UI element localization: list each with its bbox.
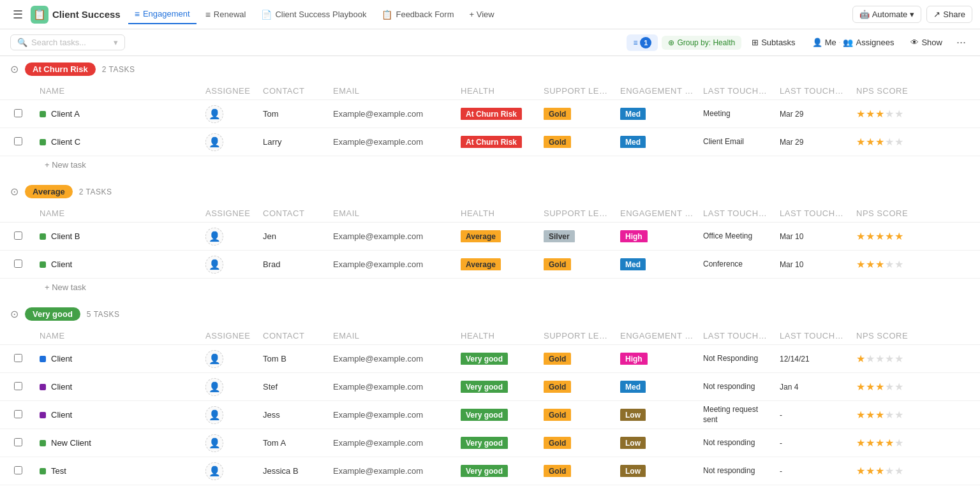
col-header-9: LAST TOUCHPOI... xyxy=(776,207,852,219)
health-badge: At Churn Risk xyxy=(461,136,522,148)
row-checkbox[interactable] xyxy=(10,136,36,149)
logo-icon: 📋 xyxy=(31,6,48,24)
row-contact: Tom A xyxy=(259,437,329,449)
row-checkbox[interactable] xyxy=(10,353,36,365)
client-name: Client A xyxy=(51,109,80,119)
group-toggle-churn[interactable]: ⊙ xyxy=(10,63,19,75)
hamburger-icon[interactable]: ☰ xyxy=(8,5,28,24)
row-checkbox[interactable] xyxy=(10,258,36,271)
table-row[interactable]: Client C 👤 Larry Example@example.com At … xyxy=(0,128,980,156)
row-checkbox[interactable] xyxy=(10,437,36,450)
row-select-checkbox[interactable] xyxy=(14,354,22,362)
star-filled: ★ xyxy=(875,258,884,270)
group-toggle-verygood[interactable]: ⊙ xyxy=(10,308,19,320)
group-toggle-average[interactable]: ⊙ xyxy=(10,186,19,198)
group-badge-average[interactable]: Average xyxy=(25,185,73,198)
row-select-checkbox[interactable] xyxy=(14,466,22,474)
row-name: Client xyxy=(36,353,202,365)
group-header-verygood: ⊙ Very good 5 TASKS xyxy=(0,301,980,327)
table-row[interactable]: Client 👤 Stef Example@example.com Very g… xyxy=(0,373,980,401)
table-row[interactable]: Client A 👤 Tom Example@example.com At Ch… xyxy=(0,100,980,128)
row-select-checkbox[interactable] xyxy=(14,260,22,268)
row-select-checkbox[interactable] xyxy=(14,137,22,145)
tab-add-view[interactable]: + View xyxy=(463,6,501,23)
star-empty: ★ xyxy=(885,381,894,393)
table-row[interactable]: Client 👤 Jess Example@example.com Very g… xyxy=(0,401,980,429)
row-email: Example@example.com xyxy=(329,258,457,270)
engagement-badge: High xyxy=(620,353,648,365)
row-checkbox[interactable] xyxy=(10,409,36,421)
row-engagement: Med xyxy=(616,381,699,393)
group-badge-verygood[interactable]: Very good xyxy=(25,307,80,321)
engagement-badge: Med xyxy=(620,258,646,270)
row-checkbox[interactable] xyxy=(10,465,36,478)
row-select-checkbox[interactable] xyxy=(14,438,22,446)
me-button[interactable]: 👤 Me · 👥 Assignees xyxy=(806,35,901,50)
group-header-average: ⊙ Average 2 TASKS xyxy=(0,179,980,205)
star-filled: ★ xyxy=(856,437,865,449)
assignee-avatar: 👤 xyxy=(205,228,223,246)
engagement-tab-label: Engagement xyxy=(143,9,190,18)
row-last-touch2: 12/14/21 xyxy=(776,353,852,365)
table-row[interactable]: Client 👤 Brad Example@example.com Averag… xyxy=(0,251,980,279)
group-badge-churn[interactable]: At Churn Risk xyxy=(25,62,96,76)
app-logo: 📋 Client Success xyxy=(31,6,121,24)
automate-button[interactable]: 🤖 Automate ▾ xyxy=(852,6,922,23)
nps-stars: ★★★★★ xyxy=(856,230,938,242)
row-checkbox[interactable] xyxy=(10,230,36,243)
row-select-checkbox[interactable] xyxy=(14,382,22,390)
show-button[interactable]: 👁 Show xyxy=(904,35,949,50)
group-by-icon: ⊕ xyxy=(668,38,674,47)
row-last-touch2: Mar 10 xyxy=(776,259,852,270)
task-dot xyxy=(40,384,46,390)
search-box[interactable]: 🔍 Search tasks... ▾ xyxy=(10,34,125,50)
row-health: At Churn Risk xyxy=(457,108,540,120)
row-checkbox[interactable] xyxy=(10,381,36,393)
row-contact: Jessica B xyxy=(259,465,329,477)
more-options-button[interactable]: ··· xyxy=(953,34,970,50)
row-support: Gold xyxy=(540,465,616,477)
tab-renewal[interactable]: ≡ Renewal xyxy=(199,6,253,24)
column-headers: NAMEASSIGNEECONTACTEMAILHEALTHSUPPORT LE… xyxy=(0,205,980,223)
table-row[interactable]: New Client 👤 Tom A Example@example.com V… xyxy=(0,429,980,457)
row-checkbox[interactable] xyxy=(10,108,36,121)
row-assignee: 👤 xyxy=(202,254,259,275)
group-by-button[interactable]: ⊕ Group by: Health xyxy=(662,36,741,50)
group-header-churn: ⊙ At Churn Risk 2 TASKS xyxy=(0,56,980,82)
subtasks-label: Subtasks xyxy=(761,38,795,47)
row-health: At Churn Risk xyxy=(457,136,540,148)
star-filled: ★ xyxy=(866,258,875,270)
toolbar-right: ≡ 1 ⊕ Group by: Health ⊞ Subtasks 👤 Me ·… xyxy=(627,34,970,51)
new-task-churn[interactable]: + New task xyxy=(0,156,980,173)
row-select-checkbox[interactable] xyxy=(14,231,22,240)
table-row[interactable]: Test 👤 Jessica B Example@example.com Ver… xyxy=(0,457,980,485)
nps-stars: ★★★★★ xyxy=(856,136,938,148)
toolbar: 🔍 Search tasks... ▾ ≡ 1 ⊕ Group by: Heal… xyxy=(0,29,980,56)
subtasks-icon: ⊞ xyxy=(752,38,759,47)
table-row[interactable]: Client 👤 Tom B Example@example.com Very … xyxy=(0,345,980,373)
star-filled: ★ xyxy=(856,409,865,421)
col-header-1: NAME xyxy=(36,85,202,97)
new-task-verygood[interactable]: + New task xyxy=(0,485,980,491)
star-filled: ★ xyxy=(856,136,865,148)
col-header-3: CONTACT xyxy=(259,207,329,219)
col-header-6: SUPPORT LEVEL xyxy=(540,330,616,342)
row-last-touch1: Conference xyxy=(699,258,776,271)
subtasks-button[interactable]: ⊞ Subtasks xyxy=(745,35,801,50)
tab-feedback[interactable]: 📋 Feedback Form xyxy=(375,6,460,24)
row-select-checkbox[interactable] xyxy=(14,109,22,117)
row-health: Very good xyxy=(457,465,540,477)
share-button[interactable]: ↗ Share xyxy=(926,6,972,23)
row-select-checkbox[interactable] xyxy=(14,410,22,418)
filter-button[interactable]: ≡ 1 xyxy=(627,34,658,51)
col-header-10: NPS SCORE xyxy=(852,207,942,219)
col-header-1: NAME xyxy=(36,207,202,219)
table-row[interactable]: Client B 👤 Jen Example@example.com Avera… xyxy=(0,223,980,251)
group-verygood: ⊙ Very good 5 TASKS NAMEASSIGNEECONTACTE… xyxy=(0,301,980,491)
col-header-1: NAME xyxy=(36,330,202,342)
tab-engagement[interactable]: ≡ Engagement xyxy=(128,5,197,24)
star-empty: ★ xyxy=(885,409,894,421)
row-nps: ★★★★★ xyxy=(852,436,942,450)
new-task-average[interactable]: + New task xyxy=(0,279,980,296)
tab-playbook[interactable]: 📄 Client Success Playbook xyxy=(255,6,373,24)
